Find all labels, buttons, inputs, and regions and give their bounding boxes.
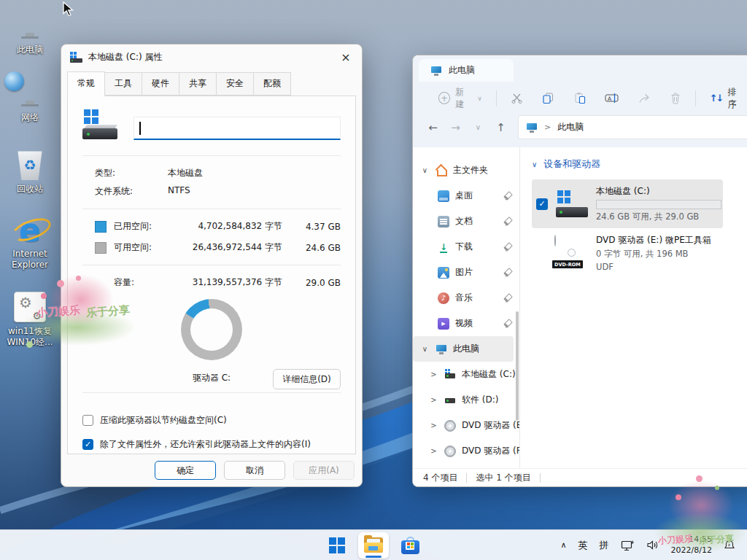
sidebar-item-this-pc[interactable]: ∨ 此电脑: [413, 336, 514, 362]
sidebar-item-dvd-last[interactable]: > DVD 驱动器 (F:): [413, 464, 519, 468]
network-icon: [621, 540, 635, 551]
sidebar-item-disk-d[interactable]: > 软件 (D:): [413, 387, 519, 413]
taskbar-file-explorer[interactable]: [358, 532, 389, 559]
paste-button[interactable]: [564, 92, 595, 104]
this-pc-icon: [430, 65, 442, 77]
sidebar-item-dvd-f[interactable]: > DVD 驱动器 (F: [413, 438, 519, 464]
desktop-icon-network[interactable]: 网络: [4, 77, 55, 123]
explorer-titlebar[interactable]: 此电脑: [413, 55, 747, 82]
index-contents-checkbox-row[interactable]: ✓ 除了文件属性外，还允许索引此驱动器上文件的内容(I): [82, 432, 341, 456]
tab-security[interactable]: 安全: [217, 72, 254, 96]
drive-filesystem: UDF: [596, 262, 719, 272]
volume-tray-button[interactable]: [640, 540, 665, 551]
copy-button[interactable]: [533, 92, 564, 104]
desktop-icon-label: 回收站: [4, 184, 55, 195]
ime-mode-indicator[interactable]: 拼: [594, 539, 615, 552]
type-label: 类型:: [95, 167, 168, 179]
chevron-down-icon: ∨: [420, 166, 430, 174]
desktop-icon-label: 网络: [4, 112, 55, 123]
drive-item-dvd-e[interactable]: DVD-ROM DVD 驱动器 (E:) 微PE工具箱 0 字节 可用, 共 1…: [550, 228, 723, 278]
drive-caption: 24.6 GB 可用, 共 29.0 GB: [596, 211, 719, 222]
tab-hardware[interactable]: 硬件: [142, 72, 179, 96]
sidebar-item-downloads[interactable]: ↓ 下载: [413, 234, 519, 260]
desktop-icon-label: 此电脑: [4, 44, 55, 55]
sidebar-item-dvd-e[interactable]: > DVD 驱动器 (E: [413, 413, 519, 438]
pin-icon: [504, 268, 512, 277]
trash-icon: [670, 92, 681, 104]
start-button[interactable]: [322, 532, 352, 559]
desktop-icon-win11-restore[interactable]: ⚙⚙ win11恢复WIN10经...: [4, 290, 55, 348]
used-space-swatch: [95, 221, 107, 233]
bell-icon: z: [724, 539, 735, 551]
explorer-sidebar: ∨ 主文件夹 桌面 文档 ↓ 下载 图片: [413, 147, 519, 468]
internet-explorer-icon: e: [12, 213, 48, 246]
sidebar-item-desktop[interactable]: 桌面: [413, 183, 519, 209]
checkbox-checked-icon[interactable]: ✓: [536, 198, 548, 210]
details-button[interactable]: 详细信息(D): [273, 369, 341, 389]
folder-icon: [364, 537, 383, 553]
desktop-icon-internet-explorer[interactable]: e Internet Explorer: [4, 213, 55, 271]
filesystem-value: NTFS: [168, 185, 341, 198]
sidebar-item-local-disk-c[interactable]: > 本地磁盘 (C:): [413, 362, 519, 387]
forward-button[interactable]: →: [444, 121, 467, 134]
close-button[interactable]: ×: [333, 47, 359, 66]
dialog-titlebar[interactable]: 本地磁盘 (C:) 属性 ×: [61, 44, 362, 69]
breadcrumb[interactable]: 此电脑: [557, 121, 584, 133]
explorer-tab[interactable]: 此电脑: [419, 59, 514, 82]
checkbox-checked-icon[interactable]: ✓: [82, 439, 93, 450]
general-tab-page: 类型: 本地磁盘 文件系统: NTFS 已用空间: 4,702,584,832 …: [67, 96, 356, 454]
copy-icon: [542, 92, 554, 104]
tab-sharing[interactable]: 共享: [179, 72, 217, 96]
recent-locations-button[interactable]: ∨: [467, 123, 489, 131]
drive-item-c[interactable]: ✓ 本地磁盘 (C:) 24.6 GB 可用, 共 29.0 GB: [532, 179, 723, 228]
drive-name: 本地磁盘 (C:): [596, 185, 719, 198]
rename-button[interactable]: A: [595, 92, 628, 104]
new-button[interactable]: + 新建 ∨: [429, 86, 492, 111]
taskbar-microsoft-store[interactable]: [395, 532, 425, 559]
checkbox-unchecked-icon[interactable]: [82, 415, 93, 426]
store-bag-icon: [401, 537, 419, 554]
tray-time: 14:55: [689, 534, 712, 545]
network-tray-button[interactable]: [615, 540, 640, 551]
tray-overflow-button[interactable]: ∧: [555, 540, 573, 550]
desktop-icon-label: win11恢复WIN10经...: [4, 326, 55, 348]
ok-button[interactable]: 确定: [155, 461, 216, 480]
delete-button[interactable]: [660, 92, 691, 104]
divider: [82, 392, 341, 393]
sidebar-item-videos[interactable]: ▶ 视频: [413, 311, 519, 336]
chevron-right-icon: >: [429, 447, 438, 455]
svg-text:z: z: [728, 542, 730, 547]
desktop-icon-recycle-bin[interactable]: ♻ 回收站: [4, 148, 55, 195]
compress-drive-checkbox-row[interactable]: 压缩此驱动器以节约磁盘空间(C): [82, 408, 341, 432]
taskbar-clock[interactable]: 14:55 2022/8/12: [665, 534, 718, 556]
capacity-label: 容量:: [114, 276, 172, 289]
local-disk-icon: [70, 52, 82, 63]
breadcrumb-separator: >: [544, 122, 551, 132]
back-button[interactable]: ←: [422, 121, 444, 134]
text-caret: [139, 122, 141, 135]
desktop-icon-this-pc[interactable]: 此电脑: [4, 9, 55, 55]
sidebar-item-home[interactable]: ∨ 主文件夹: [413, 158, 519, 183]
volume-label-input[interactable]: [133, 117, 341, 140]
sidebar-item-pictures[interactable]: 图片: [413, 260, 519, 285]
ime-language-indicator[interactable]: 英: [573, 539, 594, 552]
sidebar-item-documents[interactable]: 文档: [413, 209, 519, 234]
notification-center-button[interactable]: z: [718, 539, 741, 551]
tab-tools[interactable]: 工具: [105, 72, 142, 96]
cancel-button[interactable]: 取消: [224, 461, 285, 480]
sidebar-scrollbar[interactable]: [516, 311, 519, 421]
network-icon: [13, 80, 47, 106]
share-button[interactable]: [628, 93, 660, 104]
tab-quota[interactable]: 配额: [254, 72, 291, 96]
sidebar-item-music[interactable]: ♪ 音乐: [413, 285, 519, 311]
section-devices-and-drives[interactable]: ∨ 设备和驱动器: [532, 158, 747, 171]
tab-general[interactable]: 常规: [67, 71, 105, 96]
address-bar[interactable]: > 此电脑: [518, 115, 747, 139]
explorer-tab-title: 此电脑: [449, 64, 475, 77]
up-button[interactable]: ↑: [489, 121, 512, 134]
selected-count: 选中 1 个项目: [476, 472, 530, 484]
sort-button[interactable]: ↑↓ 排序: [700, 86, 747, 111]
mouse-cursor: [63, 1, 77, 20]
cut-button[interactable]: [501, 92, 533, 104]
drive-name: DVD 驱动器 (E:) 微PE工具箱: [596, 234, 719, 246]
